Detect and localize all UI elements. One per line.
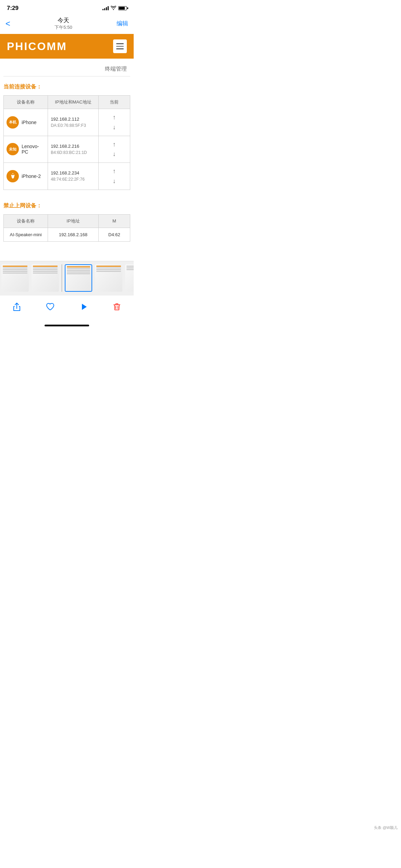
banned-col-header-mac: M [98, 214, 130, 228]
device-ip-mac-cell: 192.168.2.234 48:74:6E:22:2F:76 [48, 163, 99, 190]
thumb-4[interactable] [95, 264, 122, 292]
wifi-icon [111, 6, 116, 11]
menu-line-2 [116, 46, 124, 47]
traffic-up: ↑ [101, 112, 127, 122]
device-ip: 192.168.2.216 [51, 144, 96, 149]
device-name-label: Lenovo-PC [22, 144, 45, 155]
connected-section-title: 当前连接设备： [3, 83, 130, 91]
banned-section: 禁止上网设备： 设备名称 IP地址 M AI-Speaker-mini 192.… [0, 195, 134, 247]
device-icon: 本机 [7, 116, 19, 129]
col-header-ip-mac: IP地址和MAC地址 [48, 96, 99, 109]
nav-title-main: 今天 [54, 16, 72, 24]
page-title: 终端管理 [105, 65, 127, 73]
play-button[interactable] [74, 301, 94, 315]
thumb-1[interactable] [1, 264, 29, 292]
back-button[interactable]: < [5, 19, 10, 28]
traffic-up: ↑ [101, 166, 127, 176]
spacer [0, 247, 134, 261]
banned-device-mac: D4:62 [98, 228, 130, 241]
connected-device-row[interactable]: 本机 iPhone 192.168.2.112 DA:E0:76:88:5F:F… [4, 109, 130, 136]
page-title-row: 终端管理 [0, 59, 134, 76]
banned-device-name: AI-Speaker-mini [4, 228, 48, 241]
home-bar [45, 325, 89, 326]
home-indicator [0, 322, 134, 328]
battery-icon [118, 6, 127, 10]
status-time: 7:29 [7, 5, 19, 12]
device-mac: DA:E0:76:88:5F:F3 [51, 123, 96, 128]
col-header-current: 当前 [98, 96, 130, 109]
device-name-cell: 未知 Lenovo-PC [4, 136, 48, 163]
col-header-name: 设备名称 [4, 96, 48, 109]
banned-table: 设备名称 IP地址 M AI-Speaker-mini 192.168.2.16… [3, 214, 130, 242]
page-content: 终端管理 当前连接设备： 设备名称 IP地址和MAC地址 当前 本机 iPhon [0, 59, 134, 261]
traffic-down: ↓ [101, 122, 127, 132]
device-traffic-cell: ↑ ↓ [98, 136, 130, 163]
status-bar: 7:29 [0, 0, 134, 14]
share-icon [12, 302, 21, 314]
banned-col-header-name: 设备名称 [4, 214, 48, 228]
traffic-down: ↓ [101, 149, 127, 159]
device-name-label: iPhone-2 [22, 173, 41, 179]
menu-line-1 [116, 43, 124, 44]
thumb-separator [62, 264, 62, 292]
delete-button[interactable] [107, 301, 127, 315]
device-ip: 192.168.2.112 [51, 117, 96, 122]
connected-device-row[interactable]: iPhone-2 192.168.2.234 48:74:6E:22:2F:76… [4, 163, 130, 190]
device-name-cell: 本机 iPhone [4, 109, 48, 136]
device-ip-mac-cell: 192.168.2.112 DA:E0:76:88:5F:F3 [48, 109, 99, 136]
device-name-cell: iPhone-2 [4, 163, 48, 190]
device-icon: 未知 [7, 143, 19, 155]
device-traffic-cell: ↑ ↓ [98, 163, 130, 190]
traffic-down: ↓ [101, 176, 127, 186]
signal-icon [102, 6, 109, 10]
nav-bar: < 今天 下午5:50 编辑 [0, 14, 134, 34]
thumb-2[interactable] [32, 264, 59, 292]
banned-device-ip: 192.168.2.168 [48, 228, 99, 241]
bottom-toolbar [0, 295, 134, 322]
thumbnail-strip [0, 261, 134, 295]
device-name-label: iPhone [22, 120, 37, 125]
device-ip: 192.168.2.234 [51, 170, 96, 176]
edit-button[interactable]: 编辑 [117, 20, 128, 27]
device-mac: 48:74:6E:22:2F:76 [51, 177, 96, 182]
heart-icon [46, 302, 54, 314]
brand-name: PHICOMM [7, 40, 67, 53]
nav-title: 今天 下午5:50 [54, 16, 72, 31]
device-mac: B4:6D:83:BC:21:1D [51, 150, 96, 155]
device-ip-mac-cell: 192.168.2.216 B4:6D:83:BC:21:1D [48, 136, 99, 163]
banned-col-header-ip: IP地址 [48, 214, 99, 228]
thumb-5[interactable] [125, 264, 134, 292]
like-button[interactable] [40, 301, 60, 315]
connected-device-row[interactable]: 未知 Lenovo-PC 192.168.2.216 B4:6D:83:BC:2… [4, 136, 130, 163]
nav-title-sub: 下午5:50 [54, 24, 72, 31]
connected-section: 当前连接设备： 设备名称 IP地址和MAC地址 当前 本机 iPhone [0, 76, 134, 195]
trash-icon [112, 302, 121, 314]
play-icon [79, 302, 88, 314]
menu-button[interactable] [113, 39, 127, 53]
menu-line-3 [116, 48, 124, 49]
status-icons [102, 6, 127, 11]
share-button[interactable] [7, 301, 27, 315]
header-banner: PHICOMM [0, 34, 134, 59]
banned-device-row: AI-Speaker-mini 192.168.2.168 D4:62 [4, 228, 130, 241]
banned-section-title: 禁止上网设备： [3, 202, 130, 209]
device-traffic-cell: ↑ ↓ [98, 109, 130, 136]
thumb-3[interactable] [65, 264, 92, 292]
connected-table: 设备名称 IP地址和MAC地址 当前 本机 iPhone 192.168.2.1… [3, 95, 130, 190]
traffic-up: ↑ [101, 140, 127, 149]
device-icon [7, 170, 19, 182]
